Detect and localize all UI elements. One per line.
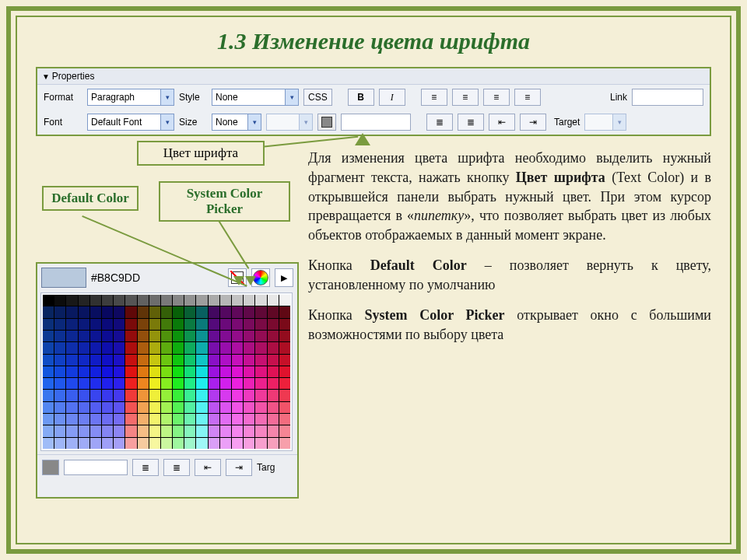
palette-cell[interactable] bbox=[279, 355, 290, 366]
palette-cell[interactable] bbox=[184, 414, 195, 425]
palette-cell[interactable] bbox=[138, 402, 149, 413]
palette-cell[interactable] bbox=[279, 390, 290, 401]
palette-cell[interactable] bbox=[196, 378, 207, 389]
palette-cell[interactable] bbox=[54, 366, 65, 377]
palette-cell[interactable] bbox=[161, 342, 172, 353]
palette-cell[interactable] bbox=[43, 319, 54, 330]
palette-cell[interactable] bbox=[173, 402, 184, 413]
palette-cell[interactable] bbox=[79, 366, 89, 377]
palette-cell[interactable] bbox=[114, 366, 124, 377]
palette-cell[interactable] bbox=[232, 306, 243, 317]
palette-cell[interactable] bbox=[244, 414, 254, 425]
palette-cell[interactable] bbox=[161, 402, 172, 413]
palette-cell[interactable] bbox=[138, 438, 149, 449]
palette-cell[interactable] bbox=[173, 425, 184, 436]
ol-button[interactable]: ≣ bbox=[163, 459, 190, 476]
palette-cell[interactable] bbox=[43, 295, 54, 306]
palette-cell[interactable] bbox=[114, 402, 124, 413]
palette-cell[interactable] bbox=[43, 366, 54, 377]
palette-cell[interactable] bbox=[196, 306, 207, 317]
palette-cell[interactable] bbox=[161, 438, 172, 449]
palette-cell[interactable] bbox=[268, 414, 279, 425]
font-select[interactable]: Default Font▾ bbox=[87, 114, 174, 131]
ul-button[interactable]: ≣ bbox=[426, 114, 453, 131]
palette-cell[interactable] bbox=[66, 319, 77, 330]
palette-cell[interactable] bbox=[125, 355, 136, 366]
palette-cell[interactable] bbox=[125, 378, 136, 389]
palette-cell[interactable] bbox=[114, 390, 124, 401]
palette-cell[interactable] bbox=[220, 295, 231, 306]
palette-cell[interactable] bbox=[173, 378, 184, 389]
palette-cell[interactable] bbox=[149, 390, 160, 401]
palette-cell[interactable] bbox=[232, 390, 243, 401]
palette-cell[interactable] bbox=[43, 378, 54, 389]
palette-cell[interactable] bbox=[66, 331, 77, 341]
palette-cell[interactable] bbox=[173, 438, 184, 449]
picker-menu-button[interactable]: ▶ bbox=[275, 268, 293, 287]
palette-cell[interactable] bbox=[220, 390, 231, 401]
palette-cell[interactable] bbox=[196, 366, 207, 377]
palette-cell[interactable] bbox=[279, 438, 290, 449]
palette-cell[interactable] bbox=[255, 319, 266, 330]
palette-cell[interactable] bbox=[184, 355, 195, 366]
css-button[interactable]: CSS bbox=[303, 89, 332, 106]
palette-cell[interactable] bbox=[196, 319, 207, 330]
palette-cell[interactable] bbox=[196, 402, 207, 413]
palette-cell[interactable] bbox=[90, 295, 101, 306]
palette-cell[interactable] bbox=[79, 390, 89, 401]
palette-cell[interactable] bbox=[268, 378, 279, 389]
palette-cell[interactable] bbox=[209, 402, 219, 413]
palette-cell[interactable] bbox=[43, 414, 54, 425]
palette-cell[interactable] bbox=[255, 414, 266, 425]
target-select[interactable]: ▾ bbox=[584, 114, 626, 131]
palette-cell[interactable] bbox=[244, 425, 254, 436]
palette-cell[interactable] bbox=[90, 425, 101, 436]
palette-cell[interactable] bbox=[138, 306, 149, 317]
palette-cell[interactable] bbox=[209, 378, 219, 389]
palette-cell[interactable] bbox=[125, 425, 136, 436]
palette-cell[interactable] bbox=[184, 319, 195, 330]
palette-cell[interactable] bbox=[149, 342, 160, 353]
palette-cell[interactable] bbox=[184, 331, 195, 341]
palette-cell[interactable] bbox=[255, 295, 266, 306]
palette-cell[interactable] bbox=[232, 425, 243, 436]
palette-cell[interactable] bbox=[196, 414, 207, 425]
palette-cell[interactable] bbox=[90, 342, 101, 353]
palette-cell[interactable] bbox=[114, 306, 124, 317]
color-input[interactable] bbox=[341, 114, 411, 131]
palette-cell[interactable] bbox=[102, 378, 113, 389]
palette-cell[interactable] bbox=[209, 414, 219, 425]
palette-cell[interactable] bbox=[220, 425, 231, 436]
palette-cell[interactable] bbox=[149, 355, 160, 366]
palette-cell[interactable] bbox=[244, 342, 254, 353]
palette-cell[interactable] bbox=[102, 306, 113, 317]
palette-cell[interactable] bbox=[161, 366, 172, 377]
palette-cell[interactable] bbox=[220, 342, 231, 353]
palette-cell[interactable] bbox=[54, 319, 65, 330]
palette-cell[interactable] bbox=[244, 378, 254, 389]
palette-cell[interactable] bbox=[90, 306, 101, 317]
palette-cell[interactable] bbox=[244, 331, 254, 341]
palette-cell[interactable] bbox=[268, 390, 279, 401]
palette-cell[interactable] bbox=[114, 342, 124, 353]
palette-cell[interactable] bbox=[102, 425, 113, 436]
palette-cell[interactable] bbox=[102, 438, 113, 449]
palette-cell[interactable] bbox=[43, 402, 54, 413]
indent-button[interactable]: ⇥ bbox=[226, 459, 252, 476]
palette-cell[interactable] bbox=[125, 414, 136, 425]
palette-cell[interactable] bbox=[102, 331, 113, 341]
palette-cell[interactable] bbox=[138, 425, 149, 436]
palette-cell[interactable] bbox=[79, 378, 89, 389]
palette-cell[interactable] bbox=[268, 425, 279, 436]
palette-cell[interactable] bbox=[161, 306, 172, 317]
palette-cell[interactable] bbox=[184, 390, 195, 401]
palette-cell[interactable] bbox=[54, 295, 65, 306]
palette-cell[interactable] bbox=[125, 438, 136, 449]
palette-cell[interactable] bbox=[279, 414, 290, 425]
palette-cell[interactable] bbox=[102, 319, 113, 330]
align-right-button[interactable]: ≡ bbox=[483, 89, 510, 106]
text-color-button[interactable] bbox=[317, 114, 336, 131]
palette-cell[interactable] bbox=[90, 319, 101, 330]
palette-cell[interactable] bbox=[149, 319, 160, 330]
palette-cell[interactable] bbox=[268, 438, 279, 449]
